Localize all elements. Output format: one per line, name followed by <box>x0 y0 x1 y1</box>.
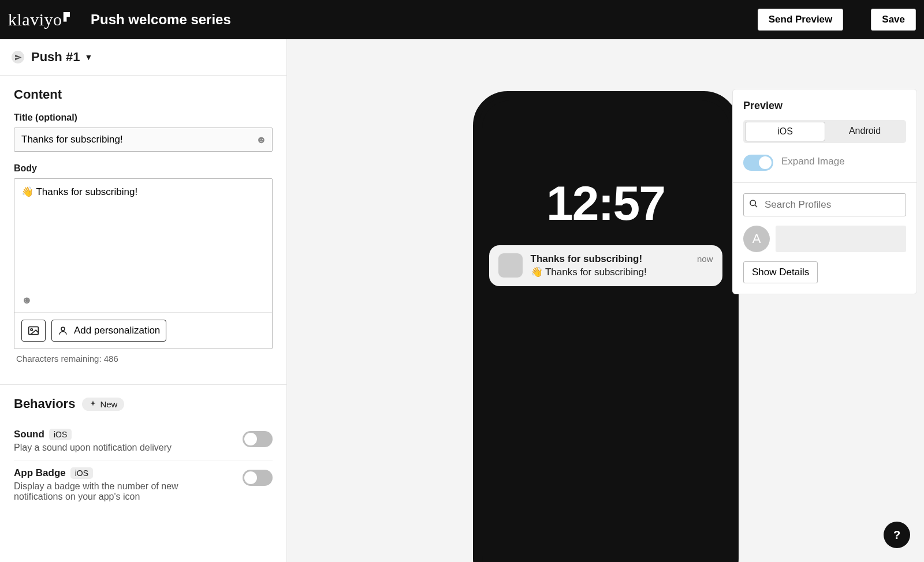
svg-point-1 <box>31 329 32 331</box>
content-heading: Content <box>14 87 273 102</box>
editor-panel: Push #1 ▼ Content Title (optional) ☻ Bod… <box>0 39 287 562</box>
emoji-picker-icon[interactable]: ☻ <box>256 134 267 146</box>
add-personalization-label: Add personalization <box>74 325 160 336</box>
notification-title: Thanks for subscribing! <box>531 253 643 265</box>
profile-name-placeholder <box>776 226 906 252</box>
sound-title: Sound <box>14 429 44 440</box>
svg-point-2 <box>61 327 65 331</box>
tab-ios[interactable]: iOS <box>745 122 825 141</box>
expand-image-label: Expand Image <box>781 156 845 167</box>
title-label: Title (optional) <box>14 113 273 123</box>
behaviors-section: Behaviors New Sound iOS Play a sound upo… <box>0 385 286 520</box>
character-count: Characters remaining: 486 <box>14 349 273 364</box>
app-badge-title: App Badge <box>14 467 66 479</box>
phone-preview-area: 12:57 Thanks for subscribing! now 👋 Than… <box>287 39 924 562</box>
person-icon <box>58 325 68 336</box>
expand-image-toggle[interactable] <box>743 155 773 171</box>
preview-heading: Preview <box>743 100 906 112</box>
push-name-dropdown[interactable]: Push #1 ▼ <box>0 39 286 76</box>
sparkle-icon <box>89 400 97 408</box>
behaviors-heading: Behaviors <box>14 396 75 411</box>
sound-toggle[interactable] <box>243 431 273 447</box>
notification-card: Thanks for subscribing! now 👋 Thanks for… <box>489 245 722 286</box>
content-section: Content Title (optional) ☻ Body 👋 Thanks… <box>0 76 286 375</box>
image-icon <box>28 325 39 336</box>
body-textarea[interactable]: 👋 Thanks for subscribing! <box>14 179 272 289</box>
add-personalization-button[interactable]: Add personalization <box>51 320 166 342</box>
body-label: Body <box>14 163 273 174</box>
app-badge-toggle[interactable] <box>243 470 273 486</box>
app-badge-desc: Display a badge with the number of new n… <box>14 481 228 502</box>
search-profiles-input[interactable] <box>743 193 906 216</box>
sound-setting: Sound iOS Play a sound upon notification… <box>14 422 273 460</box>
profile-row: A <box>743 226 906 252</box>
save-button[interactable]: Save <box>871 9 916 31</box>
notification-body: 👋 Thanks for subscribing! <box>531 266 713 278</box>
title-input[interactable] <box>14 128 273 152</box>
svg-point-3 <box>750 200 755 205</box>
avatar: A <box>743 226 770 252</box>
ios-badge: iOS <box>70 467 93 479</box>
chevron-down-icon: ▼ <box>84 53 92 62</box>
logo: klaviyo▛ <box>8 10 70 29</box>
show-details-button[interactable]: Show Details <box>743 261 818 283</box>
lock-screen-time: 12:57 <box>482 175 729 231</box>
send-preview-button[interactable]: Send Preview <box>758 9 844 31</box>
app-badge-setting: App Badge iOS Display a badge with the n… <box>14 460 273 509</box>
phone-mockup: 12:57 Thanks for subscribing! now 👋 Than… <box>473 91 739 562</box>
search-icon <box>749 199 758 211</box>
sound-desc: Play a sound upon notification delivery <box>14 443 228 453</box>
push-icon <box>12 51 24 63</box>
ios-badge: iOS <box>49 429 72 440</box>
preview-panel: Preview iOS Android Expand Image A Show … <box>732 89 917 294</box>
new-badge: New <box>82 398 124 411</box>
help-button[interactable]: ? <box>884 522 910 548</box>
app-header: klaviyo▛ Push welcome series Send Previe… <box>0 0 924 39</box>
push-name-label: Push #1 <box>31 50 80 65</box>
notification-app-icon <box>498 253 523 278</box>
notification-time: now <box>697 254 713 264</box>
emoji-picker-icon[interactable]: ☻ <box>21 294 32 306</box>
add-image-button[interactable] <box>21 320 46 342</box>
platform-segmented-control: iOS Android <box>743 120 906 143</box>
flow-title: Push welcome series <box>91 12 231 28</box>
tab-android[interactable]: Android <box>825 122 904 141</box>
